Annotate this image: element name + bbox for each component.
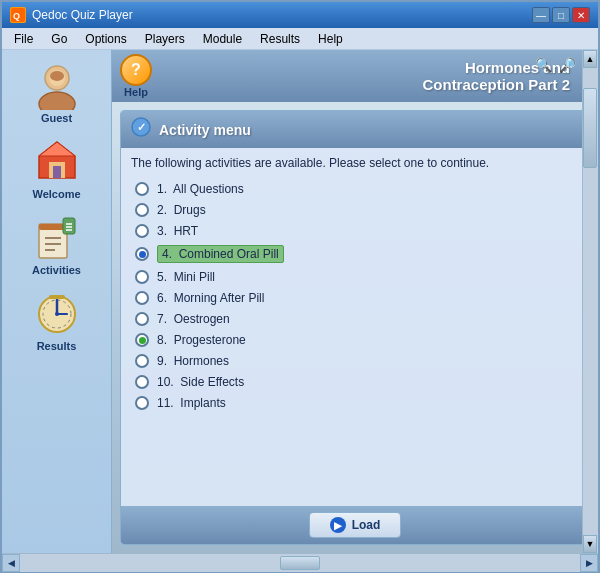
svg-point-5: [50, 71, 64, 81]
menu-results[interactable]: Results: [252, 30, 308, 48]
scroll-right-button[interactable]: ▶: [580, 554, 598, 572]
radio-5[interactable]: [135, 270, 149, 284]
list-item[interactable]: 6. Morning After Pill: [131, 289, 579, 307]
guest-avatar-icon: [33, 62, 81, 110]
sidebar-item-guest[interactable]: Guest: [12, 58, 102, 128]
radio-2[interactable]: [135, 203, 149, 217]
option-8-text: 8. Progesterone: [157, 333, 246, 347]
list-item[interactable]: 11. Implants: [131, 394, 579, 412]
radio-6[interactable]: [135, 291, 149, 305]
help-button[interactable]: ? Help: [120, 54, 152, 98]
sidebar-item-results[interactable]: Results: [12, 286, 102, 356]
sidebar: Guest Welcome: [2, 50, 112, 553]
sidebar-item-activities[interactable]: Activities: [12, 210, 102, 280]
option-2-text: 2. Drugs: [157, 203, 206, 217]
load-button[interactable]: ▶ Load: [309, 512, 402, 538]
radio-3[interactable]: [135, 224, 149, 238]
results-icon: [33, 290, 81, 338]
app-icon: Q: [10, 7, 26, 23]
zoom-out-icon[interactable]: 🔎: [556, 54, 578, 76]
radio-4[interactable]: [135, 247, 149, 261]
scroll-left-button[interactable]: ◀: [2, 554, 20, 572]
activity-body[interactable]: The following activities are available. …: [121, 148, 589, 506]
panel-title-line2: Contraception Part 2: [152, 76, 570, 93]
radio-7[interactable]: [135, 312, 149, 326]
option-9-text: 9. Hormones: [157, 354, 229, 368]
option-5-text: 5. Mini Pill: [157, 270, 215, 284]
maximize-button[interactable]: □: [552, 7, 570, 23]
activities-label: Activities: [32, 264, 81, 276]
menu-players[interactable]: Players: [137, 30, 193, 48]
welcome-icon: [33, 138, 81, 186]
svg-rect-22: [49, 295, 65, 299]
svg-rect-9: [53, 166, 61, 178]
main-window: Q Qedoc Quiz Player — □ ✕ File Go Option…: [0, 0, 600, 573]
scroll-horizontal-thumb[interactable]: [280, 556, 320, 570]
activity-header: ✓ Activity menu: [121, 111, 589, 148]
list-item[interactable]: 2. Drugs: [131, 201, 579, 219]
close-button[interactable]: ✕: [572, 7, 590, 23]
welcome-label: Welcome: [32, 188, 80, 200]
activities-icon: [33, 214, 81, 262]
zoom-in-icon[interactable]: 🔍: [532, 54, 554, 76]
scroll-track[interactable]: [20, 554, 580, 572]
option-6-text: 6. Morning After Pill: [157, 291, 264, 305]
panel-title-line1: Hormones and: [152, 59, 570, 76]
menu-file[interactable]: File: [6, 30, 41, 48]
svg-rect-15: [63, 218, 75, 234]
list-item[interactable]: 8. Progesterone: [131, 331, 579, 349]
panel-title-area: Hormones and Contraception Part 2: [152, 59, 590, 93]
results-label: Results: [37, 340, 77, 352]
svg-text:✓: ✓: [137, 121, 146, 133]
radio-11[interactable]: [135, 396, 149, 410]
option-1-text: 1. All Questions: [157, 182, 244, 196]
svg-point-3: [39, 92, 75, 110]
title-bar-left: Q Qedoc Quiz Player: [10, 7, 133, 23]
svg-point-21: [55, 312, 59, 316]
radio-8[interactable]: [135, 333, 149, 347]
main-content: Guest Welcome: [2, 50, 598, 553]
right-panel: ? Help Hormones and Contraception Part 2…: [112, 50, 598, 553]
menu-go[interactable]: Go: [43, 30, 75, 48]
activity-list: 1. All Questions 2. Drugs: [131, 180, 579, 412]
svg-marker-7: [39, 142, 75, 156]
list-item[interactable]: 9. Hormones: [131, 352, 579, 370]
activity-description: The following activities are available. …: [131, 156, 579, 170]
window-title: Qedoc Quiz Player: [32, 8, 133, 22]
menu-bar: File Go Options Players Module Results H…: [2, 28, 598, 50]
scroll-down-button[interactable]: ▼: [583, 535, 597, 553]
list-item[interactable]: 4. Combined Oral Pill: [131, 243, 579, 265]
list-item[interactable]: 7. Oestrogen: [131, 310, 579, 328]
option-10-text: 10. Side Effects: [157, 375, 244, 389]
menu-module[interactable]: Module: [195, 30, 250, 48]
option-7-text: 7. Oestrogen: [157, 312, 230, 326]
list-item[interactable]: 1. All Questions: [131, 180, 579, 198]
scroll-up-button[interactable]: ▲: [583, 50, 597, 68]
radio-1[interactable]: [135, 182, 149, 196]
activity-panel: ✓ Activity menu The following activities…: [120, 110, 590, 545]
load-area: ▶ Load: [121, 506, 589, 544]
list-item[interactable]: 10. Side Effects: [131, 373, 579, 391]
minimize-button[interactable]: —: [532, 7, 550, 23]
radio-10[interactable]: [135, 375, 149, 389]
menu-help[interactable]: Help: [310, 30, 351, 48]
option-11-text: 11. Implants: [157, 396, 226, 410]
guest-label: Guest: [41, 112, 72, 124]
sidebar-item-welcome[interactable]: Welcome: [12, 134, 102, 204]
svg-text:Q: Q: [13, 11, 20, 21]
scroll-thumb[interactable]: [583, 88, 597, 168]
menu-options[interactable]: Options: [77, 30, 134, 48]
bottom-scrollbar: ◀ ▶: [2, 553, 598, 571]
activity-header-icon: ✓: [131, 117, 151, 142]
title-bar: Q Qedoc Quiz Player — □ ✕: [2, 2, 598, 28]
radio-9[interactable]: [135, 354, 149, 368]
panel-top: ? Help Hormones and Contraception Part 2…: [112, 50, 598, 102]
option-3-text: 3. HRT: [157, 224, 198, 238]
title-buttons: — □ ✕: [532, 7, 590, 23]
activity-title: Activity menu: [159, 122, 251, 138]
load-label: Load: [352, 518, 381, 532]
vertical-scrollbar[interactable]: ▲ ▼: [582, 50, 598, 553]
list-item[interactable]: 5. Mini Pill: [131, 268, 579, 286]
help-label: Help: [124, 86, 148, 98]
list-item[interactable]: 3. HRT: [131, 222, 579, 240]
